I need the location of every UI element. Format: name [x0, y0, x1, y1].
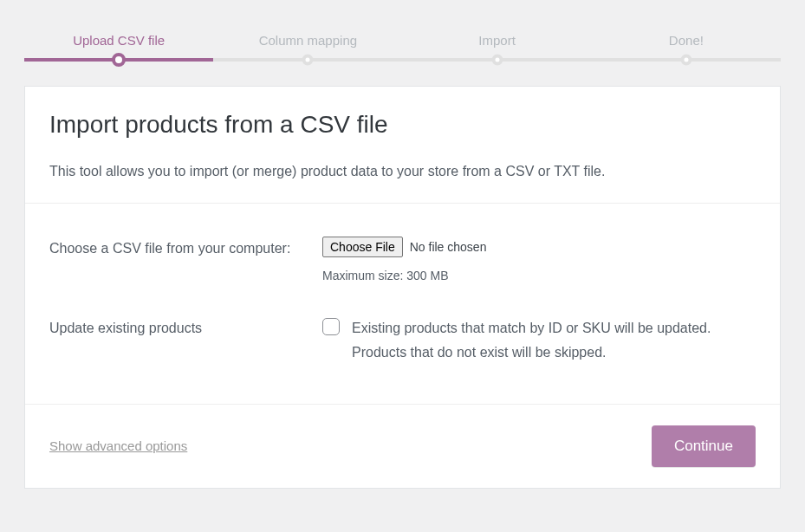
file-input[interactable]: Choose File No file chosen — [322, 237, 756, 257]
max-size-text: Maximum size: 300 MB — [322, 266, 756, 285]
page-description: This tool allows you to import (or merge… — [49, 161, 756, 182]
update-field: Existing products that match by ID or SK… — [322, 316, 756, 363]
page-title: Import products from a CSV file — [49, 111, 756, 139]
progress-dot-2 — [302, 55, 314, 66]
card-body: Choose a CSV file from your computer: Ch… — [25, 203, 780, 404]
step-done[interactable]: Done! — [592, 33, 781, 48]
update-checkbox[interactable] — [322, 318, 340, 335]
step-mapping[interactable]: Column mapping — [213, 33, 402, 48]
file-label: Choose a CSV file from your computer: — [49, 237, 322, 262]
progress-dot-3 — [491, 55, 503, 66]
progress-dot-4 — [680, 55, 691, 66]
update-row: Update existing products Existing produc… — [49, 301, 756, 379]
progress-bar — [24, 58, 781, 62]
update-description: Existing products that match by ID or SK… — [352, 316, 756, 363]
step-import[interactable]: Import — [403, 33, 592, 48]
import-card: Import products from a CSV file This too… — [24, 86, 781, 489]
advanced-options-link[interactable]: Show advanced options — [49, 438, 187, 453]
card-footer: Show advanced options Continue — [25, 404, 780, 488]
choose-file-button[interactable]: Choose File — [322, 237, 403, 257]
continue-button[interactable]: Continue — [652, 425, 756, 467]
card-header: Import products from a CSV file This too… — [25, 87, 780, 203]
update-label: Update existing products — [49, 316, 322, 341]
wizard-steps: Upload CSV file Column mapping Import Do… — [24, 0, 781, 48]
progress-dot-1 — [112, 53, 126, 67]
file-field: Choose File No file chosen Maximum size:… — [322, 237, 756, 285]
file-status: No file chosen — [410, 237, 487, 256]
file-row: Choose a CSV file from your computer: Ch… — [49, 221, 756, 301]
step-upload[interactable]: Upload CSV file — [24, 33, 213, 48]
